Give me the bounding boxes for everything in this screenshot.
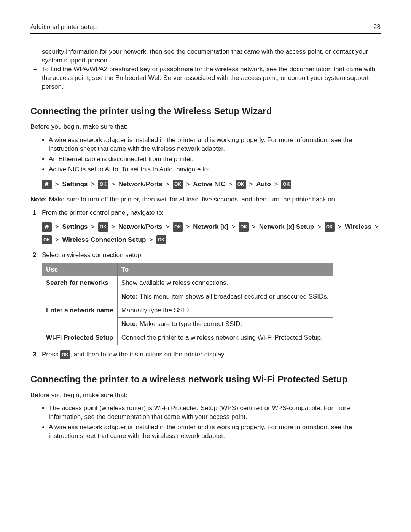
cell-to: Manually type the SSID. (117, 304, 333, 318)
note-label: Note: (121, 293, 138, 300)
ok-icon: OK (60, 350, 70, 359)
cell-use: Wi-Fi Protected Setup (42, 331, 118, 345)
ok-icon: OK (239, 222, 249, 232)
separator: > (338, 223, 341, 230)
cell-to-note: Note: This menu item shows all broadcast… (117, 290, 333, 304)
separator: > (55, 236, 59, 243)
ok-icon: OK (98, 180, 108, 189)
section-heading-wps: Connecting the printer to a wireless net… (30, 373, 381, 385)
note-text: Make sure to turn off the printer, then … (47, 196, 336, 203)
note-text: This menu item shows all broadcast secur… (138, 293, 328, 300)
list-item: An Ethernet cable is disconnected from t… (49, 155, 381, 164)
prereq-list-1: A wireless network adapter is installed … (30, 136, 381, 174)
nav-wireless-conn-setup: Wireless Connection Setup (62, 236, 146, 243)
separator: > (91, 223, 95, 230)
note-label: Note: (30, 196, 47, 203)
nav-path-wireless: > Settings > OK > Network/Ports > OK > N… (42, 220, 381, 246)
home-icon (42, 180, 52, 189)
before-begin-1: Before you begin, make sure that: (30, 123, 381, 131)
nav-settings: Settings (62, 181, 88, 188)
nav-wireless: Wireless (345, 223, 371, 230)
list-item: The access point (wireless router) is Wi… (49, 404, 381, 422)
ok-icon: OK (281, 180, 291, 189)
intro-text: security information for your network, t… (42, 48, 368, 64)
list-item: A wireless network adapter is installed … (49, 423, 381, 441)
separator: > (186, 223, 190, 230)
cell-to-note: Note: Make sure to type the correct SSID… (117, 318, 333, 331)
step-2: Select a wireless connection setup. Use … (30, 251, 381, 345)
col-use: Use (42, 263, 118, 276)
separator: > (252, 223, 256, 230)
separator: > (166, 181, 169, 188)
connection-options-table: Use To Search for networks Show availabl… (42, 263, 333, 345)
nav-settings: Settings (62, 223, 88, 230)
separator: > (55, 223, 59, 230)
list-item: A wireless network adapter is installed … (49, 136, 381, 153)
separator: > (249, 181, 253, 188)
page-header: Additional printer setup 28 (30, 23, 381, 34)
ok-icon: OK (173, 180, 183, 189)
separator: > (112, 181, 115, 188)
steps-list: From the printer control panel, navigate… (30, 209, 381, 360)
step-text-a: Press (42, 351, 60, 358)
step-text: Select a wireless connection setup. (42, 251, 143, 259)
nav-network-x: Network [x] (193, 223, 228, 230)
prereq-list-2: The access point (wireless router) is Wi… (30, 404, 381, 441)
dash-item: To find the WPA/WPA2 preshared key or pa… (42, 65, 381, 91)
nav-network-ports: Network/Ports (118, 181, 162, 188)
separator: > (229, 181, 233, 188)
before-begin-2: Before you begin, make sure that: (30, 391, 381, 400)
nav-auto: Auto (256, 181, 271, 188)
intro-paragraph: security information for your network, t… (42, 48, 381, 65)
step-text-b: , and then follow the instructions on th… (70, 351, 226, 358)
note-text: Make sure to type the correct SSID. (138, 320, 242, 328)
section-heading-wizard: Connecting the printer using the Wireles… (30, 105, 381, 117)
ok-icon: OK (236, 180, 246, 189)
separator: > (112, 223, 115, 230)
cell-to: Connect the printer to a wireless networ… (117, 331, 333, 345)
separator: > (55, 181, 59, 188)
col-to: To (117, 263, 333, 276)
table-row: Enter a network name Manually type the S… (42, 304, 333, 318)
list-item: Active NIC is set to Auto. To set this t… (49, 165, 381, 174)
note-label: Note: (121, 320, 138, 328)
nav-network-ports: Network/Ports (118, 223, 162, 230)
nav-path-active-nic: > Settings > OK > Network/Ports > OK > A… (42, 178, 381, 191)
separator: > (274, 181, 278, 188)
ok-icon: OK (173, 222, 183, 232)
separator: > (186, 181, 190, 188)
home-icon (42, 222, 52, 232)
step-text: From the printer control panel, navigate… (42, 209, 164, 216)
table-row: Search for networks Show available wirel… (42, 276, 333, 290)
separator: > (149, 236, 153, 243)
ok-icon: OK (42, 235, 52, 244)
cell-use: Enter a network name (42, 304, 118, 331)
cell-use: Search for networks (42, 276, 118, 304)
separator: > (232, 223, 236, 230)
nav-active-nic: Active NIC (193, 181, 225, 188)
note-power-cycle: Note: Make sure to turn off the printer,… (30, 195, 381, 204)
cell-to: Show available wireless connections. (117, 276, 333, 290)
separator: > (166, 223, 169, 230)
page-number: 28 (373, 23, 381, 32)
ok-icon: OK (156, 235, 166, 244)
separator: > (375, 223, 379, 230)
section-title: Additional printer setup (30, 23, 97, 32)
nav-network-x-setup: Network [x] Setup (259, 223, 314, 230)
ok-icon: OK (98, 222, 108, 232)
step-1: From the printer control panel, navigate… (30, 209, 381, 246)
intro-dash-list: To find the WPA/WPA2 preshared key or pa… (30, 65, 381, 91)
step-3: Press OK, and then follow the instructio… (30, 350, 381, 359)
separator: > (91, 181, 95, 188)
ok-icon: OK (325, 222, 335, 232)
table-row: Wi-Fi Protected Setup Connect the printe… (42, 331, 333, 345)
table-header-row: Use To (42, 263, 333, 276)
separator: > (317, 223, 321, 230)
